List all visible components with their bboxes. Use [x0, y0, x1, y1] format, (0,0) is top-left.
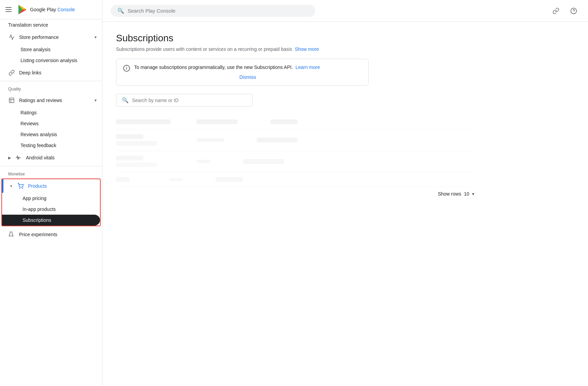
- sidebar-item-android-vitals[interactable]: ▶ Android vitals: [0, 151, 102, 165]
- sidebar-item-testing-feedback[interactable]: Testing feedback: [0, 140, 102, 151]
- info-banner-text: To manage subscriptions programmatically…: [134, 65, 320, 70]
- sidebar-item-ratings-reviews[interactable]: Ratings and reviews ▾: [0, 94, 102, 107]
- top-search-bar[interactable]: 🔍: [111, 5, 315, 17]
- svg-point-7: [19, 188, 20, 189]
- blurred-cell: [116, 156, 143, 160]
- sidebar-item-label: Store analysis: [20, 47, 51, 52]
- blurred-cell: [197, 138, 224, 142]
- sidebar-item-label: Reviews: [20, 121, 39, 126]
- show-rows-bar: Show rows 10 ▾: [116, 187, 474, 201]
- chevron-down-icon: ▾: [95, 98, 97, 103]
- sidebar-item-ratings[interactable]: Ratings: [0, 107, 102, 118]
- expand-down-icon: ▾: [10, 184, 12, 188]
- logo-text: Google Play Console: [30, 7, 75, 12]
- google-play-logo-icon: [17, 4, 28, 15]
- sidebar-item-store-performance[interactable]: Store performance ▾: [0, 30, 102, 44]
- table-row: [116, 129, 474, 151]
- blurred-cell: [197, 119, 238, 124]
- dismiss-button[interactable]: Dismiss: [134, 74, 361, 80]
- sidebar-item-label: Store performance: [19, 34, 90, 40]
- flask-icon: [8, 231, 15, 238]
- reviews-icon: [8, 97, 15, 104]
- info-icon: i: [123, 65, 130, 72]
- svg-point-8: [22, 188, 23, 189]
- chevron-down-icon[interactable]: ▾: [472, 191, 474, 197]
- search-icon: 🔍: [117, 8, 124, 14]
- sidebar-item-label: Ratings: [20, 110, 37, 115]
- page-title: Subscriptions: [116, 33, 574, 44]
- blurred-cell-group: [116, 156, 157, 167]
- show-rows-value: 10: [464, 191, 469, 197]
- sidebar-item-label: Ratings and reviews: [19, 98, 90, 103]
- sidebar-item-label: Testing feedback: [20, 143, 56, 148]
- cart-icon: [17, 183, 24, 189]
- page-description: Subscriptions provide users with content…: [116, 46, 574, 52]
- blurred-cell: [116, 177, 130, 182]
- search-input[interactable]: [128, 8, 309, 14]
- header-icons: [550, 5, 580, 17]
- quality-category-label: Quality: [0, 83, 102, 94]
- blurred-cell: [197, 160, 210, 163]
- learn-more-link[interactable]: Learn more: [296, 65, 320, 70]
- sidebar-item-label: App pricing: [23, 196, 46, 201]
- blurred-cell: [243, 159, 284, 164]
- expand-icon: ▶: [8, 156, 11, 160]
- active-indicator: [2, 179, 3, 193]
- vitals-icon: [15, 154, 22, 161]
- sidebar-item-label: Subscriptions: [23, 217, 51, 223]
- sidebar: Google Play Console Translation service …: [0, 0, 102, 386]
- sidebar-item-subscriptions[interactable]: Subscriptions: [2, 215, 100, 226]
- help-icon[interactable]: [568, 5, 580, 17]
- search-bar-icon: 🔍: [122, 97, 129, 103]
- sidebar-item-deep-links[interactable]: Deep links: [0, 66, 102, 80]
- link-header-icon[interactable]: [550, 5, 562, 17]
- chart-icon: [8, 34, 15, 41]
- blurred-cell: [116, 119, 171, 124]
- sidebar-item-label: Android vitals: [26, 155, 97, 160]
- sidebar-divider: [0, 81, 102, 81]
- sidebar-item-label: Products: [28, 183, 95, 189]
- show-rows-label: Show rows: [438, 191, 461, 197]
- menu-icon[interactable]: [5, 5, 14, 14]
- info-banner-content: i To manage subscriptions programmatical…: [123, 65, 361, 72]
- sidebar-item-in-app-products[interactable]: In-app products: [2, 204, 100, 215]
- show-more-link[interactable]: Show more: [295, 46, 319, 52]
- blurred-cell: [216, 177, 243, 182]
- blurred-cell: [257, 138, 298, 142]
- logo: Google Play Console: [17, 4, 75, 15]
- blurred-cell: [116, 134, 143, 139]
- sidebar-header: Google Play Console: [0, 0, 102, 19]
- top-header: 🔍: [102, 0, 588, 22]
- link-icon: [8, 69, 15, 76]
- sidebar-item-app-pricing[interactable]: App pricing: [2, 193, 100, 204]
- blurred-cell: [116, 162, 157, 167]
- monetise-category-label: Monetise: [0, 168, 102, 178]
- svg-rect-4: [9, 98, 14, 103]
- sidebar-item-reviews[interactable]: Reviews: [0, 118, 102, 129]
- subscriptions-table: [116, 115, 474, 187]
- main-wrapper: 🔍 Subscriptions Subscriptions pro: [102, 0, 588, 386]
- monetise-products-group: ▾ Products App pricing In-app products S…: [1, 178, 101, 226]
- sidebar-item-reviews-analysis[interactable]: Reviews analysis: [0, 129, 102, 140]
- sidebar-item-label: Translation service: [8, 22, 48, 28]
- subscriptions-search-input[interactable]: [132, 98, 247, 103]
- subscriptions-search-bar[interactable]: 🔍: [116, 94, 253, 106]
- table-row: [116, 172, 474, 187]
- chevron-down-icon: ▾: [95, 35, 97, 40]
- sidebar-item-store-analysis[interactable]: Store analysis: [0, 44, 102, 55]
- table-row: [116, 151, 474, 172]
- sidebar-item-label: Listing conversion analysis: [20, 58, 77, 63]
- sidebar-item-listing-conversion[interactable]: Listing conversion analysis: [0, 55, 102, 66]
- blurred-cell-group: [116, 177, 130, 182]
- content-area: Subscriptions Subscriptions provide user…: [102, 22, 588, 386]
- sidebar-divider-2: [0, 166, 102, 166]
- sidebar-item-label: Reviews analysis: [20, 132, 57, 137]
- blurred-cell: [270, 119, 298, 124]
- sidebar-item-label: Deep links: [19, 70, 97, 75]
- sidebar-item-translation-service[interactable]: Translation service: [0, 19, 102, 30]
- sidebar-item-price-experiments[interactable]: Price experiments: [0, 228, 102, 241]
- blurred-cell: [169, 178, 183, 181]
- info-banner: i To manage subscriptions programmatical…: [116, 59, 369, 86]
- sidebar-item-label: Price experiments: [19, 232, 97, 237]
- sidebar-item-products[interactable]: ▾ Products: [2, 179, 100, 193]
